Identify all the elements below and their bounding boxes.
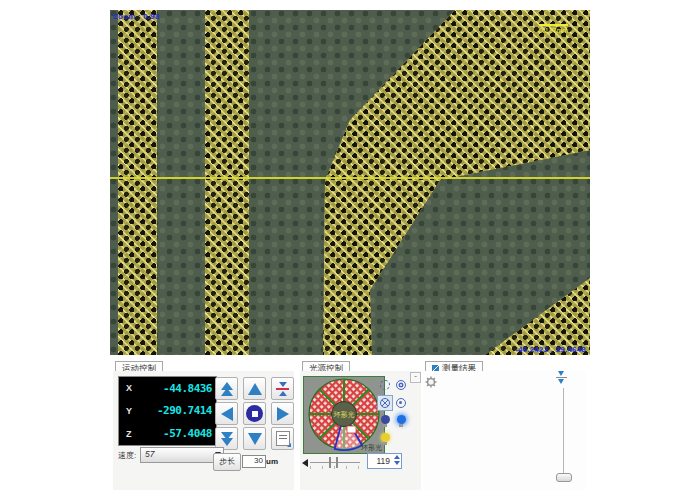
settings-button[interactable] (425, 374, 437, 392)
go-origin-button[interactable] (271, 427, 294, 450)
axis-value: -290.7414 (157, 404, 212, 417)
axis-row-x: X -44.8436 (119, 382, 216, 395)
ring-center-label: 环形光 (334, 411, 355, 419)
ring-light-diagram: 环形光 环形光 (304, 377, 384, 453)
axis-label: X (126, 383, 132, 393)
bulb-warm-icon (381, 433, 390, 442)
ring-segments-icon (380, 398, 390, 408)
light-on-button[interactable] (393, 413, 409, 429)
zoom-readout: Zoom : 0.98 (113, 12, 160, 21)
jog-down-button[interactable] (243, 427, 266, 450)
brightness-value: 119 (370, 456, 390, 466)
origin-icon (276, 431, 290, 446)
jog-stop-button[interactable] (243, 402, 266, 425)
chevron-down-icon (558, 379, 564, 384)
results-panel-content (423, 371, 586, 490)
scale-bar: 0.127mm (539, 24, 568, 34)
left-arrow-icon (221, 407, 233, 421)
step-size-input[interactable]: 30 (242, 455, 266, 468)
speed-label: 速度: (118, 450, 136, 461)
jog-up-button[interactable] (243, 377, 266, 400)
axis-label: Z (126, 429, 132, 439)
ring-target-button[interactable] (393, 395, 409, 411)
vertical-slider-track[interactable] (563, 388, 564, 475)
spin-up-icon (394, 455, 400, 459)
crosshair-line (110, 177, 590, 179)
dock-line (556, 377, 567, 378)
results-tabstrip: 测量结果 (423, 356, 586, 372)
scale-bar-line (539, 24, 568, 26)
speed-value: 57 (145, 449, 154, 459)
mesh-band (118, 10, 157, 355)
camera-viewport[interactable]: Zoom : 0.98 0.127mm -46.2422 , 29.4648 (110, 10, 590, 355)
jog-fast-up-button[interactable] (215, 377, 238, 400)
mesh-band (205, 10, 249, 355)
light-warm-button[interactable] (377, 431, 393, 447)
spin-down-icon (394, 461, 400, 465)
double-up-arrow-icon (221, 383, 233, 395)
axis-value: -44.8436 (163, 382, 212, 395)
stop-icon (246, 405, 263, 422)
light-tabstrip: 光源控制 (300, 356, 421, 372)
gear-icon (425, 376, 437, 388)
segment-handle[interactable] (347, 426, 356, 433)
app-window: Zoom : 0.98 0.127mm -46.2422 , 29.4648 运… (0, 0, 700, 500)
ring-outline-button[interactable] (377, 377, 393, 393)
bulb-on-icon (397, 415, 406, 424)
axis-value: -57.4048 (163, 427, 212, 440)
ring-light-preview[interactable]: 环形光 环形光 (303, 376, 385, 454)
jog-left-button[interactable] (215, 402, 238, 425)
light-mode-buttons (377, 377, 409, 447)
vertical-slider-handle[interactable] (556, 473, 572, 482)
ring-double-icon (396, 380, 406, 390)
position-readout: -46.2422 , 29.4648 (515, 345, 586, 354)
collapse-button[interactable]: - (410, 372, 421, 383)
light-panel-content: - (300, 371, 421, 490)
brightness-slider[interactable] (302, 456, 364, 472)
slider-min-icon (302, 459, 308, 467)
axis-row-z: Z -57.4048 (119, 427, 216, 440)
scale-bar-label: 0.127mm (539, 27, 568, 34)
ring-double-button[interactable] (393, 377, 409, 393)
right-arrow-icon (277, 407, 289, 421)
down-arrow-icon (248, 433, 262, 445)
ring-outline-icon (380, 380, 390, 390)
xyz-readout: X -44.8436 Y -290.7414 Z -57.4048 (118, 376, 217, 446)
up-arrow-icon (248, 383, 262, 395)
spin-arrows[interactable] (394, 455, 400, 465)
jog-right-button[interactable] (271, 402, 294, 425)
jog-pad (215, 377, 294, 450)
double-down-arrow-icon (221, 433, 233, 445)
motion-panel: 运动控制 X -44.8436 Y -290.7414 Z -57.4048 (113, 356, 294, 490)
slider-handle[interactable] (329, 457, 338, 468)
step-unit-label: um (266, 457, 278, 466)
ring-segments-button[interactable] (377, 395, 393, 411)
chevron-down-icon (558, 371, 564, 376)
motion-tabstrip: 运动控制 (113, 356, 294, 372)
brightness-spinbox[interactable]: 119 (367, 453, 402, 469)
speed-dropdown[interactable]: 57 (140, 447, 224, 463)
axis-label: Y (126, 406, 132, 416)
motion-panel-content: X -44.8436 Y -290.7414 Z -57.4048 (113, 371, 294, 490)
light-dim-button[interactable] (377, 413, 393, 429)
autofocus-button[interactable] (271, 377, 294, 400)
light-panel: 光源控制 - (300, 356, 421, 490)
ring-target-icon (396, 398, 406, 408)
vertical-slider-dock-button[interactable] (554, 371, 570, 385)
autofocus-icon (276, 382, 289, 396)
bulb-dim-icon (381, 415, 390, 424)
results-panel: 测量结果 (423, 356, 586, 490)
mesh-region (110, 10, 590, 355)
step-button[interactable]: 步长 (213, 453, 241, 471)
axis-row-y: Y -290.7414 (119, 404, 216, 417)
